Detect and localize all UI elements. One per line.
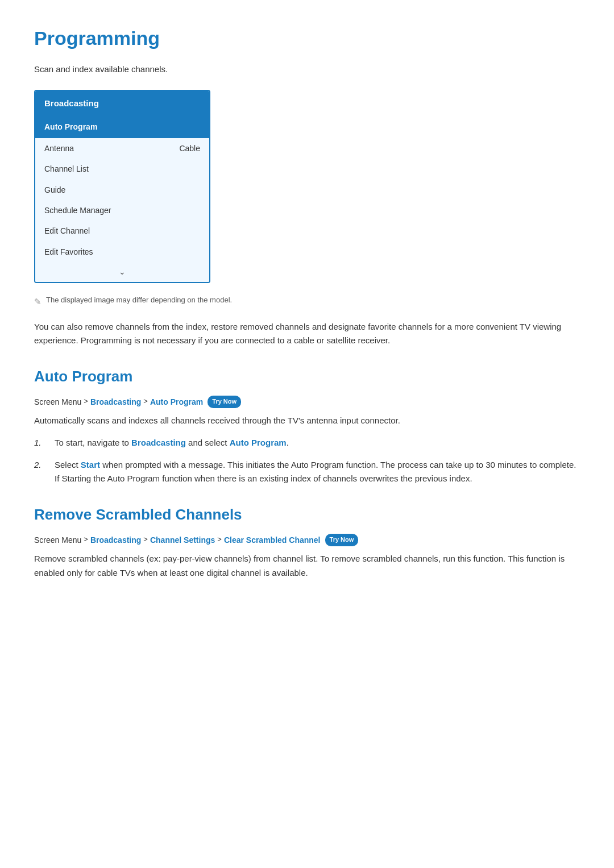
remove-scrambled-title: Remove Scrambled Channels xyxy=(34,503,580,527)
breadcrumb-sep-4: > xyxy=(143,534,148,546)
breadcrumb-sep-5: > xyxy=(217,534,222,546)
step-2: 2. Select Start when prompted with a mes… xyxy=(34,458,580,487)
try-now-badge-2[interactable]: Try Now xyxy=(325,534,359,546)
pencil-icon: ✎ xyxy=(34,295,42,309)
breadcrumb-sep-3: > xyxy=(84,534,88,546)
tv-menu-item-schedule-manager[interactable]: Schedule Manager xyxy=(35,200,209,221)
auto-program-title: Auto Program xyxy=(34,365,580,389)
step-2-start-link[interactable]: Start xyxy=(81,460,100,470)
breadcrumb-broadcasting-1[interactable]: Broadcasting xyxy=(90,396,141,408)
try-now-badge-1[interactable]: Try Now xyxy=(208,396,241,408)
note-text: The displayed image may differ depending… xyxy=(46,294,232,306)
intro-text: Scan and index available channels. xyxy=(34,63,580,76)
tv-menu-item-antenna[interactable]: Antenna Cable xyxy=(35,138,209,159)
tv-menu-item-label: Antenna xyxy=(44,142,74,155)
tv-menu-box: Broadcasting Auto Program Antenna Cable … xyxy=(34,90,210,283)
tv-menu-item-edit-favorites[interactable]: Edit Favorites xyxy=(35,242,209,262)
tv-menu-item-edit-channel[interactable]: Edit Channel xyxy=(35,221,209,241)
page-title: Programming xyxy=(34,23,580,53)
step-2-text: Select Start when prompted with a messag… xyxy=(55,458,580,487)
step-1-num: 1. xyxy=(34,436,45,450)
step-1: 1. To start, navigate to Broadcasting an… xyxy=(34,436,580,450)
tv-menu-item-label: Guide xyxy=(44,184,65,196)
tv-menu-item-auto-program[interactable]: Auto Program xyxy=(35,116,209,138)
breadcrumb-broadcasting-2[interactable]: Broadcasting xyxy=(90,534,141,546)
breadcrumb-sep-1: > xyxy=(84,396,88,408)
step-1-text: To start, navigate to Broadcasting and s… xyxy=(55,436,580,450)
remove-scrambled-breadcrumb: Screen Menu > Broadcasting > Channel Set… xyxy=(34,534,580,546)
breadcrumb-screen-menu-2: Screen Menu xyxy=(34,534,81,546)
breadcrumb-screen-menu: Screen Menu xyxy=(34,396,81,408)
step-2-num: 2. xyxy=(34,458,45,487)
tv-menu-header: Broadcasting xyxy=(35,91,209,116)
tv-menu-footer: ⌄ xyxy=(35,262,209,281)
remove-scrambled-desc: Remove scrambled channels (ex: pay-per-v… xyxy=(34,552,580,580)
tv-menu-item-label: Edit Channel xyxy=(44,225,90,237)
auto-program-desc: Automatically scans and indexes all chan… xyxy=(34,414,580,428)
breadcrumb-auto-program[interactable]: Auto Program xyxy=(150,396,203,408)
breadcrumb-channel-settings[interactable]: Channel Settings xyxy=(150,534,215,546)
auto-program-steps: 1. To start, navigate to Broadcasting an… xyxy=(34,436,580,486)
tv-menu-item-label: Channel List xyxy=(44,163,89,175)
tv-menu-item-value: Cable xyxy=(179,142,200,155)
breadcrumb-sep-2: > xyxy=(143,396,148,408)
tv-menu-item-guide[interactable]: Guide xyxy=(35,180,209,200)
auto-program-breadcrumb: Screen Menu > Broadcasting > Auto Progra… xyxy=(34,396,580,408)
note-row: ✎ The displayed image may differ dependi… xyxy=(34,294,580,309)
body-paragraph: You can also remove channels from the in… xyxy=(34,320,580,348)
step-1-auto-program-link[interactable]: Auto Program xyxy=(230,438,287,447)
tv-menu-item-label: Schedule Manager xyxy=(44,204,111,217)
step-1-broadcasting-link[interactable]: Broadcasting xyxy=(131,438,186,447)
tv-menu-item-channel-list[interactable]: Channel List xyxy=(35,159,209,179)
breadcrumb-clear-scrambled-channel[interactable]: Clear Scrambled Channel xyxy=(224,534,321,546)
tv-menu-item-label: Edit Favorites xyxy=(44,246,93,258)
